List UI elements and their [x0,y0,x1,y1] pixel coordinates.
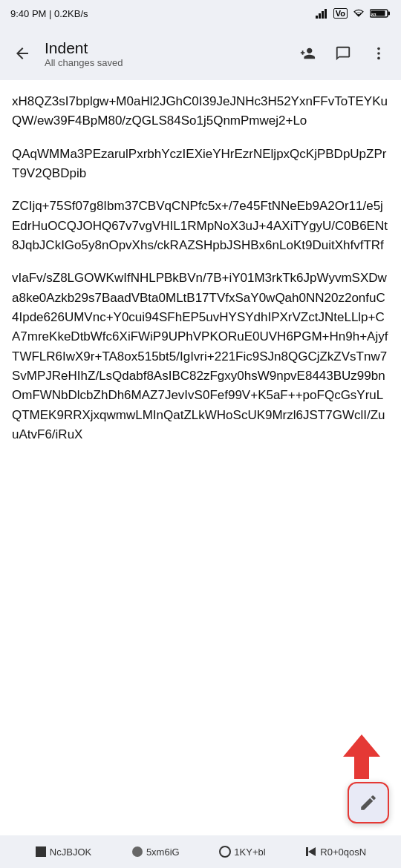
app-bar-actions [291,37,395,70]
bottom-nav-label-3: 1KY+bl [234,846,265,858]
comment-button[interactable] [327,37,359,70]
bottom-nav-label-4: R0+0qosN [320,846,366,858]
svg-rect-12 [36,846,46,857]
svg-point-9 [377,52,380,55]
svg-rect-16 [306,847,308,856]
signal-icon [316,8,329,19]
edit-icon [359,793,378,812]
svg-rect-3 [325,9,327,19]
bottom-nav-item-1[interactable]: NcJBJOK [35,846,91,858]
status-bar: 9:40 PM | 0.2KB/s Vo 83 [0,0,401,27]
edit-fab-button[interactable] [348,782,389,823]
svg-rect-1 [319,13,321,19]
back-button[interactable] [6,37,39,70]
status-time: 9:40 PM | 0.2KB/s [10,8,88,19]
add-person-button[interactable] [291,37,324,70]
paragraph-1: xH8QZ3sI7bplgw+M0aHl2JGhC0I39JeJNHc3H52Y… [12,92,389,131]
back-play-icon [305,846,317,858]
app-bar: Indent All changes saved [0,27,401,80]
circle-outline-icon [219,846,231,858]
svg-rect-5 [388,12,391,16]
paragraph-2: QAqWMMa3PEzarulPxrbhYczIEXieYHrEzrNEljpx… [12,145,389,184]
svg-point-14 [220,846,230,857]
bottom-nav-item-2[interactable]: 5xm6iG [131,846,180,858]
svg-point-8 [377,47,380,50]
save-status: All changes saved [45,57,288,68]
bottom-nav-label-1: NcJBJOK [50,846,91,858]
wifi-icon [352,8,365,19]
bottom-nav-item-4[interactable]: R0+0qosN [305,846,366,858]
bottom-nav-label-2: 5xm6iG [146,846,180,858]
document-content: xH8QZ3sI7bplgw+M0aHl2JGhC0I39JeJNHc3H52Y… [0,80,401,835]
svg-rect-0 [316,16,318,19]
paragraph-4: vIaFv/sZ8LGOWKwIfNHLPBkBVn/7B+iY01M3rkTk… [12,269,389,444]
page-title: Indent [45,39,288,57]
paragraph-3: ZCIjq+75Sf07g8Ibm37CBVqCNPfc5x+/7e45FtNN… [12,197,389,255]
square-icon [35,846,47,858]
more-options-button[interactable] [362,37,395,70]
status-icons: Vo 83 [316,8,391,19]
svg-point-13 [132,846,143,857]
circle-icon [131,846,143,858]
svg-point-10 [377,57,380,60]
svg-text:83: 83 [371,13,376,17]
battery-icon: 83 [370,8,391,19]
vo-label: Vo [333,8,348,19]
app-title-section: Indent All changes saved [42,39,288,68]
svg-rect-2 [322,11,324,19]
bottom-nav-item-3[interactable]: 1KY+bl [219,846,265,858]
svg-marker-15 [308,847,316,856]
bottom-navigation: NcJBJOK 5xm6iG 1KY+bl R0+0qosN [0,835,401,868]
